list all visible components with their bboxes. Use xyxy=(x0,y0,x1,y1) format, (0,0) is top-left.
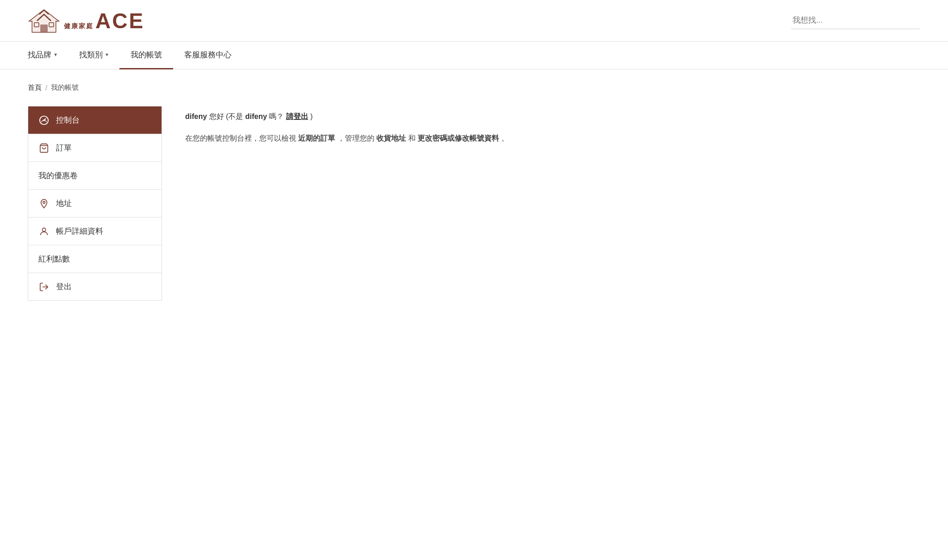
nav-item-account[interactable]: 我的帳號 xyxy=(119,42,173,69)
sidebar-item-dashboard[interactable]: 控制台 xyxy=(28,106,162,134)
sidebar-item-account[interactable]: 帳戶詳細資料 xyxy=(28,218,162,245)
desc-orders-link: 近期的訂單 xyxy=(298,134,335,142)
search-input[interactable] xyxy=(791,12,920,29)
sidebar-dashboard-label: 控制台 xyxy=(56,115,80,125)
chevron-down-icon: ▾ xyxy=(106,51,108,58)
nav-bar: 找品牌 ▾ 找類別 ▾ 我的帳號 客服服務中心 xyxy=(0,42,948,69)
nav-brand-label: 找品牌 xyxy=(28,50,51,60)
nav-item-category[interactable]: 找類別 ▾ xyxy=(68,42,119,69)
sidebar-item-coupons[interactable]: 我的優惠卷 xyxy=(28,162,162,190)
desc-middle: ，管理您的 xyxy=(337,134,376,142)
location-icon xyxy=(38,199,50,209)
desc-suffix: 。 xyxy=(501,134,509,142)
sidebar-orders-label: 訂單 xyxy=(56,143,72,153)
desc-account-link: 更改密碼或修改帳號資料 xyxy=(418,134,499,142)
breadcrumb-current: 我的帳號 xyxy=(51,83,79,92)
svg-rect-2 xyxy=(40,25,48,32)
logout-icon xyxy=(38,282,50,292)
sidebar-item-address[interactable]: 地址 xyxy=(28,190,162,218)
sidebar-account-label: 帳戶詳細資料 xyxy=(56,226,103,236)
desc-prefix: 在您的帳號控制台裡，您可以檢視 xyxy=(185,134,298,142)
sidebar-item-orders[interactable]: 訂單 xyxy=(28,134,162,162)
welcome-description: 在您的帳號控制台裡，您可以檢視 近期的訂單 ，管理您的 收貨地址 和 更改密碼或… xyxy=(185,132,920,145)
welcome-greeting: 您好 (不是 xyxy=(209,112,245,120)
welcome-close-paren: ) xyxy=(310,112,312,120)
welcome-username: difeny xyxy=(185,112,207,120)
person-icon xyxy=(38,226,50,236)
sidebar-item-points[interactable]: 紅利點數 xyxy=(28,245,162,273)
svg-point-9 xyxy=(42,228,45,231)
search-area[interactable] xyxy=(791,12,920,29)
logo-icon xyxy=(28,8,60,33)
main-content: 控制台 訂單 我的優惠卷 地址 xyxy=(0,101,948,329)
breadcrumb-separator: / xyxy=(45,84,47,92)
welcome-not-you-question: 嗎？ xyxy=(269,112,286,120)
welcome-not-you-name: difeny xyxy=(245,112,267,120)
logo-sub-text: 健康家庭 xyxy=(64,22,94,31)
sidebar-address-label: 地址 xyxy=(56,198,72,209)
breadcrumb: 首頁 / 我的帳號 xyxy=(0,69,948,101)
logout-link[interactable]: 請登出 xyxy=(286,112,308,120)
logo-area: 健康家庭 ACE xyxy=(28,8,144,33)
svg-point-8 xyxy=(43,201,45,203)
dashboard-icon xyxy=(38,115,50,125)
nav-category-label: 找類別 xyxy=(79,50,103,60)
sidebar-points-label: 紅利點數 xyxy=(38,254,70,264)
chevron-down-icon: ▾ xyxy=(54,51,57,58)
top-bar: 健康家庭 ACE xyxy=(0,0,948,42)
sidebar-logout-label: 登出 xyxy=(56,281,72,292)
sidebar-item-logout[interactable]: 登出 xyxy=(28,273,162,300)
nav-item-service[interactable]: 客服服務中心 xyxy=(173,42,243,69)
nav-item-brand[interactable]: 找品牌 ▾ xyxy=(28,42,68,69)
cart-icon xyxy=(38,143,50,153)
sidebar: 控制台 訂單 我的優惠卷 地址 xyxy=(28,106,162,301)
breadcrumb-home[interactable]: 首頁 xyxy=(28,83,42,92)
nav-account-label: 我的帳號 xyxy=(131,50,162,60)
desc-address-link: 收貨地址 xyxy=(376,134,406,142)
desc-and: 和 xyxy=(408,134,418,142)
welcome-message: difeny 您好 (不是 difeny 嗎？ 請登出 ) xyxy=(185,111,920,123)
nav-service-label: 客服服務中心 xyxy=(184,50,231,60)
logo-main-text: ACE xyxy=(95,10,144,31)
sidebar-coupons-label: 我的優惠卷 xyxy=(38,170,78,181)
content-area: difeny 您好 (不是 difeny 嗎？ 請登出 ) 在您的帳號控制台裡，… xyxy=(185,106,920,145)
